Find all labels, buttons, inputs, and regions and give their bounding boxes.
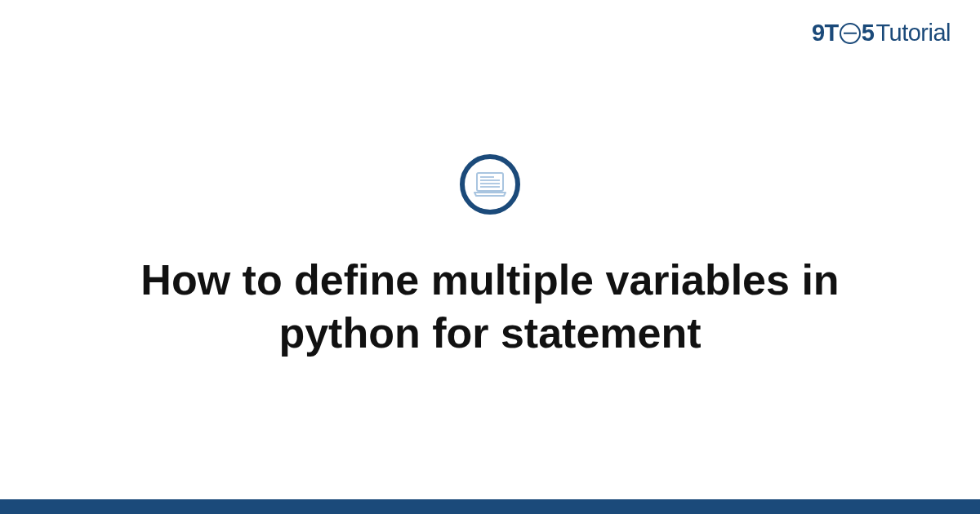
svg-rect-0 [477, 173, 503, 191]
main-content: How to define multiple variables in pyth… [0, 0, 980, 514]
hero-icon-circle [460, 154, 520, 215]
footer-accent-bar [0, 499, 980, 514]
page-title: How to define multiple variables in pyth… [82, 254, 898, 360]
laptop-icon [473, 171, 507, 197]
